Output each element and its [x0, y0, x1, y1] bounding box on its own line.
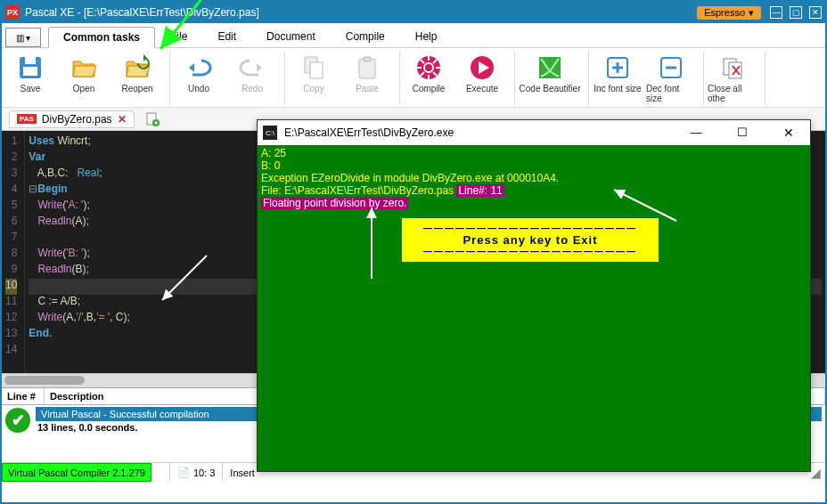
beautifier-button[interactable]: Code Beautifier — [517, 52, 583, 105]
view-dropdown-button[interactable]: ▥ ▾ — [5, 28, 41, 47]
incfont-button[interactable]: Inc font size — [591, 52, 644, 105]
tab-close-icon[interactable]: ✕ — [118, 113, 127, 126]
execute-button[interactable]: Execute — [455, 52, 509, 105]
console-line-b: B: 0 — [261, 159, 807, 172]
menutab-file[interactable]: File — [155, 26, 202, 47]
window-title: Pascal XE - [E:\PascalXE\ErrTest\DivByZe… — [25, 6, 259, 19]
paste-button[interactable]: Paste — [340, 52, 394, 105]
undo-button[interactable]: Undo — [172, 52, 225, 105]
file-tab-divbyzero[interactable]: PAS DivByZero.pas ✕ — [9, 110, 135, 128]
errors-col-line: Line # — [2, 388, 45, 404]
console-title: E:\PascalXE\ErrTest\DivByZero.exe — [284, 126, 454, 139]
resize-grip-icon[interactable]: ◢ — [811, 466, 825, 480]
menubar: ▥ ▾ Common tasks File Edit Document Comp… — [2, 23, 825, 48]
console-minimize[interactable]: — — [680, 126, 712, 140]
maximize-button[interactable]: ▢ — [790, 6, 802, 19]
pas-badge: PAS — [17, 114, 37, 124]
theme-dropdown[interactable]: Espresso▾ — [697, 6, 761, 20]
console-close[interactable]: ✕ — [773, 126, 805, 140]
redo-button[interactable]: Redo — [225, 52, 279, 105]
console-window[interactable]: C:\ E:\PascalXE\ErrTest\DivByZero.exe — … — [257, 119, 811, 472]
menutab-document[interactable]: Document — [251, 26, 331, 47]
console-icon: C:\ — [263, 126, 277, 140]
minimize-button[interactable]: — — [770, 6, 782, 19]
titlebar: PX Pascal XE - [E:\PascalXE\ErrTest\DivB… — [2, 2, 825, 23]
svg-rect-1 — [23, 67, 37, 76]
compile-button[interactable]: Compile — [402, 52, 455, 105]
status-cursor-pos: 📄 10: 3 — [169, 463, 222, 482]
decfont-button[interactable]: Dec font size — [644, 52, 698, 105]
console-exception: Exception EZeroDivide in module DivByZer… — [261, 172, 807, 184]
console-exit-prompt: ———————————————————— Press any key to Ex… — [402, 218, 659, 262]
open-button[interactable]: Open — [57, 52, 111, 105]
console-titlebar[interactable]: C:\ E:\PascalXE\ErrTest\DivByZero.exe — … — [258, 120, 810, 145]
console-error-msg: Floating point division by zero. — [261, 197, 807, 209]
menutab-edit[interactable]: Edit — [202, 26, 251, 47]
menutab-compile[interactable]: Compile — [331, 26, 400, 47]
closeall-button[interactable]: Close all othe — [706, 52, 759, 105]
close-button[interactable]: ✕ — [809, 6, 822, 19]
toolbar: Save Open Reopen Undo Redo Copy Paste Co… — [2, 48, 825, 108]
status-compiler: Virtual Pascal Compiler 2.1.279 — [2, 463, 151, 482]
console-maximize[interactable]: ☐ — [726, 126, 758, 140]
console-body: A: 25 B: 0 Exception EZeroDivide in modu… — [258, 145, 810, 471]
new-file-button[interactable] — [145, 112, 160, 126]
save-button[interactable]: Save — [4, 52, 57, 105]
console-file-line: File: E:\PascalXE\ErrTest\DivByZero.pas … — [261, 184, 807, 197]
console-line-a: A: 25 — [261, 147, 807, 159]
menutab-help[interactable]: Help — [400, 26, 453, 47]
menutab-common[interactable]: Common tasks — [48, 27, 155, 48]
svg-rect-6 — [364, 57, 371, 61]
success-icon: ✔ — [5, 408, 30, 433]
app-icon: PX — [5, 5, 20, 20]
svg-rect-4 — [310, 62, 323, 78]
svg-rect-2 — [25, 57, 36, 64]
line-gutter: 1234567891011121314 — [2, 131, 25, 373]
reopen-button[interactable]: Reopen — [111, 52, 164, 105]
file-tab-name: DivByZero.pas — [42, 113, 112, 126]
copy-button[interactable]: Copy — [287, 52, 340, 105]
